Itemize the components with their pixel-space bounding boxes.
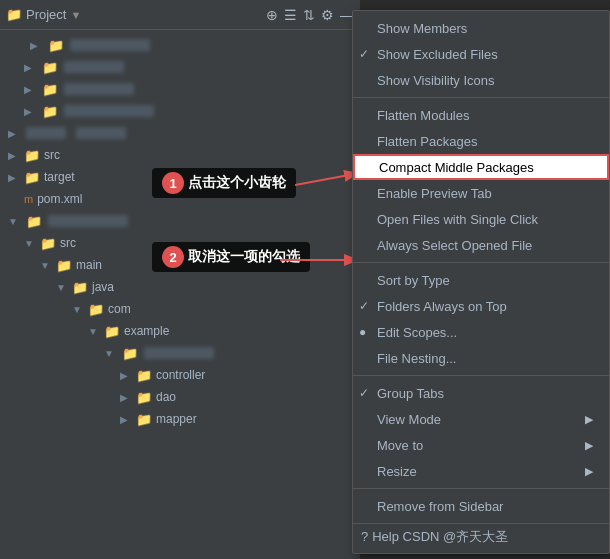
tree-label-main: main [76, 258, 102, 272]
settings-gear-icon[interactable]: ⚙ [321, 7, 334, 23]
tree-item-dao[interactable]: ▶ 📁 dao [0, 386, 360, 408]
panel-title-label: Project [26, 7, 66, 22]
menu-item-show-excluded[interactable]: ✓ Show Excluded Files [353, 41, 609, 67]
blurred-row-5: ▶ [0, 122, 360, 144]
blurred-row-4: ▶ 📁 [0, 100, 360, 122]
annotation-1: 1 点击这个小齿轮 [152, 168, 296, 198]
tree-label-java: java [92, 280, 114, 294]
menu-item-open-single-click[interactable]: Open Files with Single Click [353, 206, 609, 232]
list-icon[interactable]: ☰ [284, 7, 297, 23]
blurred-row-3: ▶ 📁 [0, 78, 360, 100]
blurred-expanded-row: ▼ 📁 [0, 210, 360, 232]
menu-item-sort-by-type[interactable]: Sort by Type [353, 267, 609, 293]
menu-label-open-single-click: Open Files with Single Click [377, 212, 538, 227]
menu-label-file-nesting: File Nesting... [377, 351, 456, 366]
menu-item-show-members[interactable]: Show Members [353, 15, 609, 41]
blurred-sub-row: ▼ 📁 [0, 342, 360, 364]
menu-label-flatten-packages: Flatten Packages [377, 134, 477, 149]
menu-label-group-tabs: Group Tabs [377, 386, 444, 401]
menu-help-text: Help CSDN @齐天大圣 [372, 528, 508, 546]
check-show-excluded: ✓ [359, 47, 369, 61]
menu-help-item[interactable]: ? Help CSDN @齐天大圣 [353, 523, 609, 549]
menu-item-resize[interactable]: Resize ▶ [353, 458, 609, 484]
annotation-2: 2 取消这一项的勾选 [152, 242, 310, 272]
panel-header-icons: ⊕ ☰ ⇅ ⚙ — [266, 7, 354, 23]
menu-label-move-to: Move to [377, 438, 423, 453]
tree-label-example: example [124, 324, 169, 338]
arrow-view-mode: ▶ [585, 413, 593, 426]
menu-item-file-nesting[interactable]: File Nesting... [353, 345, 609, 371]
arrow-resize: ▶ [585, 465, 593, 478]
menu-label-flatten-modules: Flatten Modules [377, 108, 470, 123]
menu-item-always-select[interactable]: Always Select Opened File [353, 232, 609, 258]
menu-item-remove-sidebar[interactable]: Remove from Sidebar [353, 493, 609, 519]
dropdown-arrow-icon[interactable]: ▼ [70, 9, 81, 21]
menu-item-view-mode[interactable]: View Mode ▶ [353, 406, 609, 432]
menu-label-edit-scopes: Edit Scopes... [377, 325, 457, 340]
tree-label-com: com [108, 302, 131, 316]
tree-label-pom: pom.xml [37, 192, 82, 206]
tree-item-controller[interactable]: ▶ 📁 controller [0, 364, 360, 386]
annotation-1-text: 点击这个小齿轮 [188, 174, 286, 192]
ide-panel: 📁 Project ▼ ⊕ ☰ ⇅ ⚙ — ▶ 📁 ▶ 📁 ▶ 📁 [0, 0, 360, 559]
arrow-move-to: ▶ [585, 439, 593, 452]
tree-label-src: src [44, 148, 60, 162]
menu-item-show-visibility[interactable]: Show Visibility Icons [353, 67, 609, 93]
tree-item-mapper[interactable]: ▶ 📁 mapper [0, 408, 360, 430]
tree-label-src2: src [60, 236, 76, 250]
add-icon[interactable]: ⊕ [266, 7, 278, 23]
tree-label-controller: controller [156, 368, 205, 382]
menu-item-enable-preview[interactable]: Enable Preview Tab [353, 180, 609, 206]
menu-item-folders-top[interactable]: ✓ Folders Always on Top [353, 293, 609, 319]
menu-label-remove-sidebar: Remove from Sidebar [377, 499, 503, 514]
file-tree: ▶ 📁 ▶ 📁 ▶ 📁 ▶ 📁 ▶ ▶ 📁 src [0, 30, 360, 531]
panel-header: 📁 Project ▼ ⊕ ☰ ⇅ ⚙ — [0, 0, 360, 30]
menu-item-move-to[interactable]: Move to ▶ [353, 432, 609, 458]
menu-label-show-visibility: Show Visibility Icons [377, 73, 495, 88]
menu-label-show-members: Show Members [377, 21, 467, 36]
menu-label-enable-preview: Enable Preview Tab [377, 186, 492, 201]
menu-item-flatten-packages[interactable]: Flatten Packages [353, 128, 609, 154]
tree-item-com[interactable]: ▼ 📁 com [0, 298, 360, 320]
check-folders-top: ✓ [359, 299, 369, 313]
separator-2 [353, 262, 609, 263]
tree-item-src[interactable]: ▶ 📁 src [0, 144, 360, 166]
tree-label-dao: dao [156, 390, 176, 404]
menu-item-edit-scopes[interactable]: ● Edit Scopes... [353, 319, 609, 345]
separator-3 [353, 375, 609, 376]
menu-item-compact-middle[interactable]: Compact Middle Packages [353, 154, 609, 180]
dot-edit-scopes: ● [359, 325, 366, 339]
panel-title: 📁 Project ▼ [6, 7, 81, 22]
menu-label-always-select: Always Select Opened File [377, 238, 532, 253]
menu-label-resize: Resize [377, 464, 417, 479]
annotation-2-text: 取消这一项的勾选 [188, 248, 300, 266]
sort-icon[interactable]: ⇅ [303, 7, 315, 23]
bubble-2: 2 [162, 246, 184, 268]
menu-label-show-excluded: Show Excluded Files [377, 47, 498, 62]
separator-4 [353, 488, 609, 489]
blurred-row-1: ▶ 📁 [0, 34, 360, 56]
context-menu: Show Members ✓ Show Excluded Files Show … [352, 10, 610, 554]
menu-item-group-tabs[interactable]: ✓ Group Tabs [353, 380, 609, 406]
menu-label-sort-by-type: Sort by Type [377, 273, 450, 288]
folder-icon: 📁 [6, 7, 22, 22]
separator-1 [353, 97, 609, 98]
tree-item-example[interactable]: ▼ 📁 example [0, 320, 360, 342]
menu-item-flatten-modules[interactable]: Flatten Modules [353, 102, 609, 128]
tree-label-target: target [44, 170, 75, 184]
menu-label-compact-middle: Compact Middle Packages [379, 160, 534, 175]
check-group-tabs: ✓ [359, 386, 369, 400]
menu-label-folders-top: Folders Always on Top [377, 299, 507, 314]
tree-label-mapper: mapper [156, 412, 197, 426]
help-icon: ? [361, 529, 368, 544]
blurred-row-2: ▶ 📁 [0, 56, 360, 78]
tree-item-java[interactable]: ▼ 📁 java [0, 276, 360, 298]
bubble-1: 1 [162, 172, 184, 194]
menu-label-view-mode: View Mode [377, 412, 441, 427]
